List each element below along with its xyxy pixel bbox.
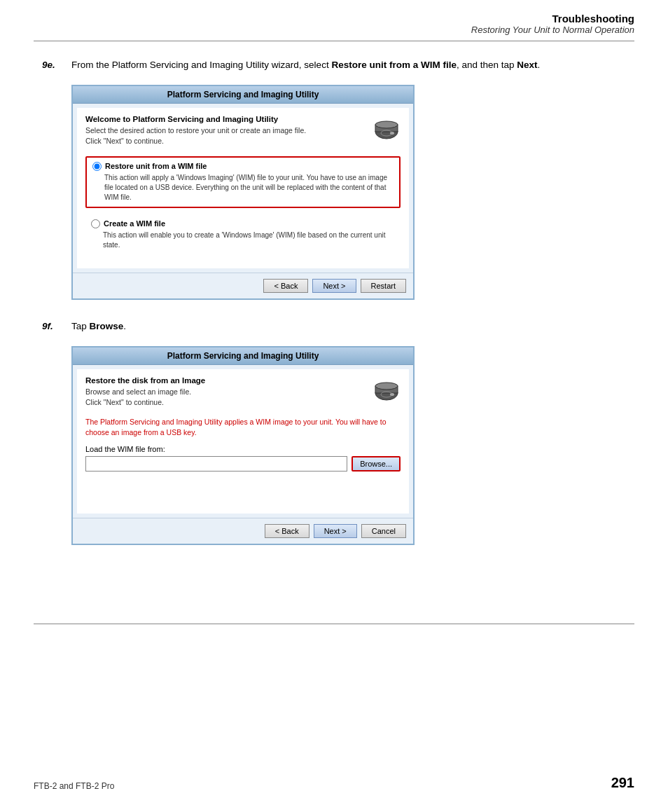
dialog1-header-text: Welcome to Platform Servicing and Imagin… — [85, 115, 306, 146]
load-row: Browse... — [85, 456, 401, 472]
step-9f-text: Tap Browse. — [71, 319, 126, 333]
dialog2-header-title: Restore the disk from an Image — [85, 376, 205, 385]
dialog1-titlebar: Platform Servicing and Imaging Utility — [73, 86, 413, 104]
option2-radio[interactable] — [91, 219, 100, 228]
harddrive-icon — [373, 115, 401, 143]
dialog2-next-button[interactable]: Next > — [314, 524, 357, 538]
dialog2-footer: < Back Next > Cancel — [73, 518, 413, 544]
dialog1: Platform Servicing and Imaging Utility W… — [71, 85, 415, 299]
dialog2-header-row: Restore the disk from an Image Browse an… — [85, 376, 401, 407]
browse-button[interactable]: Browse... — [352, 456, 401, 472]
dialog2-header-desc2: Click "Next" to continue. — [85, 397, 205, 408]
main-content: 9e. From the Platform Servicing and Imag… — [0, 41, 668, 582]
svg-point-2 — [375, 121, 398, 128]
load-label: Load the WIM file from: — [85, 445, 401, 453]
footer-left-text: FTB-2 and FTB-2 Pro — [34, 781, 114, 791]
svg-point-7 — [375, 383, 398, 390]
option2-label: Create a WIM file — [104, 219, 165, 228]
dialog2-body: Restore the disk from an Image Browse an… — [77, 369, 409, 514]
step-9e: 9e. From the Platform Servicing and Imag… — [42, 58, 626, 72]
dialog2-body-desc: The Platform Servicing and Imaging Utili… — [85, 417, 401, 437]
dialog1-back-button[interactable]: < Back — [263, 279, 308, 293]
page-footer: FTB-2 and FTB-2 Pro 291 — [0, 775, 668, 791]
option1-container: Restore unit from a WIM file This action… — [85, 156, 401, 208]
dialog1-header-title: Welcome to Platform Servicing and Imagin… — [85, 115, 306, 123]
option2-desc: This action will enable you to create a … — [103, 230, 395, 250]
dialog1-options: Restore unit from a WIM file This action… — [85, 156, 401, 254]
dialog1-footer: < Back Next > Restart — [73, 273, 413, 298]
page-header: Troubleshooting Restoring Your Unit to N… — [0, 0, 668, 38]
step-9e-text: From the Platform Servicing and Imaging … — [71, 58, 540, 72]
option1-radio[interactable] — [92, 162, 102, 171]
dialog2-titlebar: Platform Servicing and Imaging Utility — [73, 347, 413, 365]
header-subtitle: Restoring Your Unit to Normal Operation — [34, 25, 634, 35]
option2-container: Create a WIM file This action will enabl… — [85, 215, 401, 254]
dialog1-header-desc2: Click "Next" to continue. — [85, 136, 306, 146]
option1-label-row: Restore unit from a WIM file — [92, 162, 394, 171]
dialog2: Platform Servicing and Imaging Utility R… — [71, 346, 415, 545]
dialog1-next-button[interactable]: Next > — [312, 279, 356, 293]
dialog1-wrapper: Platform Servicing and Imaging Utility W… — [71, 85, 626, 299]
step-9e-label: 9e. — [42, 58, 71, 72]
dialog2-header-text: Restore the disk from an Image Browse an… — [85, 376, 205, 407]
footer-rule — [34, 624, 634, 624]
option2-label-row: Create a WIM file — [91, 219, 395, 228]
option1-label: Restore unit from a WIM file — [105, 162, 207, 170]
wim-path-input[interactable] — [85, 456, 347, 472]
harddrive-icon-2 — [373, 376, 401, 404]
dialog2-back-button[interactable]: < Back — [265, 524, 309, 538]
dialog1-restart-button[interactable]: Restart — [361, 279, 406, 293]
step-9f-label: 9f. — [42, 319, 71, 333]
dialog2-cancel-button[interactable]: Cancel — [361, 524, 406, 538]
dialog2-wrapper: Platform Servicing and Imaging Utility R… — [71, 346, 626, 545]
step-9f: 9f. Tap Browse. — [42, 319, 626, 333]
dialog1-header-row: Welcome to Platform Servicing and Imagin… — [85, 115, 401, 146]
dialog1-body: Welcome to Platform Servicing and Imagin… — [77, 108, 409, 268]
dialog2-header-desc1: Browse and select an image file. — [85, 387, 205, 397]
footer-page-number: 291 — [611, 775, 634, 791]
option1-desc: This action will apply a 'Windows Imagin… — [104, 173, 394, 202]
header-title: Troubleshooting — [34, 13, 634, 25]
dialog1-header-desc1: Select the desired action to restore you… — [85, 125, 306, 136]
